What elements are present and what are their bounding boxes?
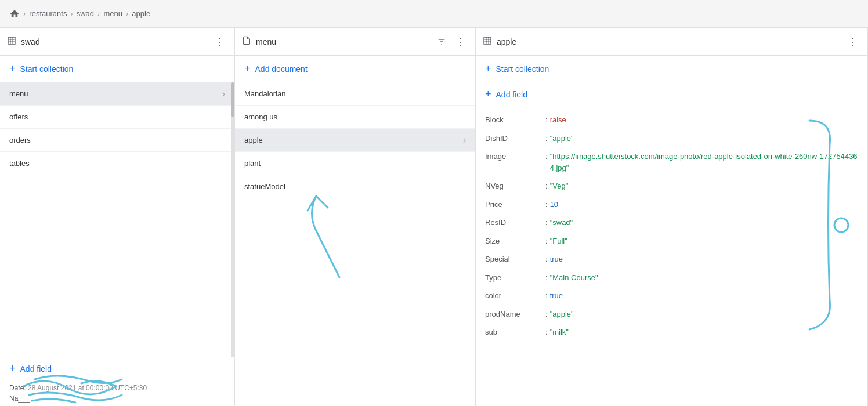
panel-apple-menu-button[interactable] [845, 33, 860, 50]
field-resid-key: ResID [485, 217, 543, 229]
breadcrumb-apple[interactable]: apple [132, 9, 150, 18]
breadcrumb-separator-4: › [126, 9, 128, 18]
collection-icon [7, 36, 16, 47]
field-size: Size : "Full" [476, 232, 867, 251]
field-image-key: Image [485, 151, 543, 162]
breadcrumb: › restaurants › swad › menu › apple [0, 0, 868, 28]
collection-item-tables[interactable]: tables [0, 152, 234, 175]
doc-item-statuemodel[interactable]: statueModel [235, 175, 475, 198]
field-special-colon: : [545, 253, 548, 265]
field-prodname: prodName : "apple" [476, 305, 867, 324]
panel-swad-scrollbar-thumb[interactable] [231, 82, 234, 117]
date-value: 28 August 2021 at 00:00:00 UTC+5:30 [28, 384, 147, 392]
field-size-key: Size [485, 235, 543, 247]
filter-button[interactable] [435, 35, 449, 49]
field-prodname-colon: : [545, 309, 548, 320]
doc-item-among-us[interactable]: among us [235, 106, 475, 129]
field-price-value: 10 [550, 199, 558, 211]
field-color: color : true [476, 287, 867, 305]
breadcrumb-menu[interactable]: menu [103, 9, 122, 18]
field-color-value: true [550, 290, 563, 302]
doc-item-mandalorian[interactable]: Mandalorian [235, 82, 475, 106]
panel-swad-header: swad [0, 28, 234, 56]
field-block-colon: : [545, 114, 548, 126]
field-block-value: raise [550, 114, 566, 126]
panel-apple-content: Block : raise DishID : "apple" Image : "… [476, 106, 867, 406]
field-resid-colon: : [545, 217, 548, 229]
field-type: Type : "Main Course" [476, 269, 867, 287]
col-icon-apple [483, 36, 492, 47]
panel-menu-title: menu [256, 37, 435, 46]
panel-apple: apple + Start collection + Add field Blo… [476, 28, 868, 406]
doc-item-apple[interactable]: apple › [235, 129, 475, 152]
chevron-right-icon-menu: › [222, 89, 225, 99]
field-nveg-colon: : [545, 180, 548, 192]
field-dishid-value: "apple" [550, 133, 574, 144]
panel-swad-content: menu › offers orders tables [0, 82, 234, 357]
doc-item-among-us-label: among us [244, 113, 466, 121]
panel-menu: menu + Add document Mandalorian among us [235, 28, 476, 406]
doc-item-plant[interactable]: plant [235, 152, 475, 175]
panel-swad-scrollbar[interactable] [231, 82, 234, 357]
field-size-value: "Full" [550, 235, 567, 247]
panel-swad-title: swad [21, 37, 212, 46]
breadcrumb-swad[interactable]: swad [77, 9, 94, 18]
field-nveg-key: NVeg [485, 180, 543, 192]
field-nveg-value: "Veg" [550, 180, 569, 192]
field-price-key: Price [485, 199, 543, 211]
add-field-label-3: Add field [496, 90, 527, 99]
plus-icon-add-field-1: + [9, 362, 16, 375]
collection-item-offers[interactable]: offers [0, 106, 234, 129]
date-field: Date: 28 August 2021 at 00:00:00 UTC+5:3… [9, 384, 225, 392]
plus-icon-1: + [9, 63, 16, 75]
chevron-right-icon-apple: › [463, 135, 466, 146]
doc-item-mandalorian-label: Mandalorian [244, 89, 466, 98]
collection-item-menu-label: menu [9, 89, 222, 98]
add-field-button-1[interactable]: + Add field [0, 357, 234, 380]
date-area: Date: 28 August 2021 at 00:00:00 UTC+5:3… [0, 380, 234, 406]
start-collection-button-1[interactable]: + Start collection [0, 56, 234, 82]
field-size-colon: : [545, 235, 548, 247]
doc-item-plant-label: plant [244, 159, 466, 168]
panel-menu-actions [435, 33, 468, 50]
add-document-button[interactable]: + Add document [235, 56, 475, 82]
field-resid: ResID : "swad" [476, 213, 867, 232]
breadcrumb-separator-2: › [70, 9, 73, 18]
panel-swad-actions [212, 33, 227, 50]
panel-swad-menu-button[interactable] [212, 33, 227, 50]
field-prodname-key: prodName [485, 309, 543, 320]
panel-apple-header: apple [476, 28, 867, 56]
date-key: Date: [9, 384, 28, 392]
panel-swad: swad + Start collection menu › offers or… [0, 28, 235, 406]
breadcrumb-separator-3: › [97, 9, 100, 18]
panel-apple-actions [845, 33, 860, 50]
field-block-key: Block [485, 114, 543, 126]
field-price-colon: : [545, 199, 548, 211]
field-color-colon: : [545, 290, 548, 302]
field-sub: sub : "milk" [476, 323, 867, 342]
field-nveg: NVeg : "Veg" [476, 177, 867, 195]
field-image-value: "https://image.shutterstock.com/image-ph… [550, 151, 858, 173]
field-block: Block : raise [476, 111, 867, 129]
start-collection-button-3[interactable]: + Start collection [476, 56, 867, 82]
name-field: Na___ [9, 394, 225, 403]
add-field-button-3[interactable]: + Add field [476, 82, 867, 106]
plus-icon-add-field-3: + [485, 88, 491, 100]
collection-item-orders[interactable]: orders [0, 129, 234, 152]
field-dishid-colon: : [545, 133, 548, 144]
home-icon[interactable] [9, 9, 20, 19]
add-document-label: Add document [255, 64, 308, 74]
breadcrumb-restaurants[interactable]: restaurants [29, 9, 67, 18]
plus-icon-3: + [485, 63, 491, 75]
doc-item-statuemodel-label: statueModel [244, 182, 466, 191]
doc-item-apple-label: apple [244, 136, 463, 144]
collection-item-tables-label: tables [9, 159, 225, 168]
start-collection-label-1: Start collection [20, 64, 74, 74]
field-image: Image : "https://image.shutterstock.com/… [476, 147, 867, 177]
collection-item-menu[interactable]: menu › [0, 82, 234, 106]
panel-menu-menu-button[interactable] [453, 33, 468, 50]
collection-item-orders-label: orders [9, 136, 225, 144]
name-key: Na___ [9, 394, 30, 403]
field-price: Price : 10 [476, 195, 867, 214]
panel-menu-content: Mandalorian among us apple › plant statu… [235, 82, 475, 406]
